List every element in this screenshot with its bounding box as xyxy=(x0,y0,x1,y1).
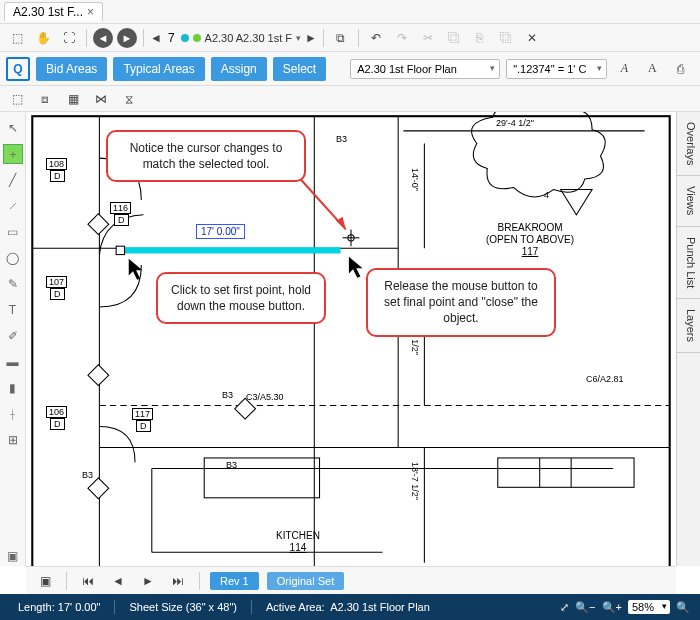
page-number: 7 xyxy=(166,31,177,45)
note-tool[interactable]: ✐ xyxy=(3,326,23,346)
flip-h-icon[interactable]: ⋈ xyxy=(90,88,112,110)
document-tab[interactable]: A2.30 1st F... × xyxy=(4,2,103,21)
tertiary-toolbar: ⬚ ⧈ ▦ ⋈ ⧖ xyxy=(0,86,700,112)
font-a2-icon[interactable]: A xyxy=(641,58,663,80)
svg-rect-14 xyxy=(88,214,109,235)
tag-b3a: B3 xyxy=(336,134,347,144)
kitchen-label: KITCHEN xyxy=(276,530,320,542)
nav-back-button[interactable]: ◄ xyxy=(93,28,113,48)
revision-pill[interactable]: Rev 1 xyxy=(210,572,259,590)
ellipse-tool[interactable]: ◯ xyxy=(3,248,23,268)
copy-icon[interactable]: ⧉ xyxy=(330,27,352,49)
nav-forward-button[interactable]: ► xyxy=(117,28,137,48)
clone-icon[interactable]: ⿻ xyxy=(495,27,517,49)
highlight-tool[interactable]: ▬ xyxy=(3,352,23,372)
svg-rect-0 xyxy=(32,116,669,566)
copy2-icon[interactable]: ⿻ xyxy=(443,27,465,49)
prev-page-icon[interactable]: ◄ xyxy=(107,570,129,592)
set-pill[interactable]: Original Set xyxy=(267,572,344,590)
status-area-label: Active Area: xyxy=(266,601,325,613)
ruler-tool[interactable]: ⟊ xyxy=(3,404,23,424)
measure-tool[interactable]: ＋ xyxy=(3,144,23,164)
cut-icon[interactable]: ✂ xyxy=(417,27,439,49)
zoom-out-icon[interactable]: 🔍− xyxy=(575,601,595,614)
polyline-tool[interactable]: ⟋ xyxy=(3,196,23,216)
tab-layers[interactable]: Layers xyxy=(677,299,700,353)
line-tool[interactable]: ╱ xyxy=(3,170,23,190)
next-page-icon[interactable]: ► xyxy=(137,570,159,592)
main-toolbar: ⬚ ✋ ⛶ ◄ ► ◄ 7 A2.30 A2.30 1st F ▾ ► ⧉ ↶ … xyxy=(0,24,700,52)
pointer-tool[interactable]: ↖ xyxy=(3,118,23,138)
breakroom-label: BREAKROOM xyxy=(486,222,574,234)
tab-views[interactable]: Views xyxy=(677,176,700,226)
paint-tool[interactable]: ▮ xyxy=(3,378,23,398)
typical-areas-button[interactable]: Typical Areas xyxy=(113,57,204,81)
paste-icon[interactable]: ⎘ xyxy=(469,27,491,49)
tag-d3: D xyxy=(50,288,65,300)
status-length-label: Length: xyxy=(18,601,55,613)
ref-c6: C6/A2.81 xyxy=(586,374,624,384)
tag-106: 106 xyxy=(46,406,67,418)
hand-icon[interactable]: ✋ xyxy=(32,27,54,49)
status-bar: Length: 17' 0.00" Sheet Size (36" x 48")… xyxy=(0,594,700,620)
svg-rect-23 xyxy=(116,246,124,254)
tag-d1: D xyxy=(50,170,65,182)
tab-punch-list[interactable]: Punch List xyxy=(677,227,700,299)
callout-release: Release the mouse button to set final po… xyxy=(366,268,556,337)
rect-tool[interactable]: ▭ xyxy=(3,222,23,242)
svg-marker-28 xyxy=(336,217,345,230)
status-area-value: A2.30 1st Floor Plan xyxy=(330,601,430,613)
bid-areas-button[interactable]: Bid Areas xyxy=(36,57,107,81)
zoom-region-icon[interactable]: ⛶ xyxy=(58,27,80,49)
drawing-canvas[interactable]: 17' 0.00" BREAKROOM (OPEN TO ABOVE) 117 … xyxy=(26,112,676,566)
cursor-icon[interactable]: ⬚ xyxy=(6,27,28,49)
page-label: A2.30 A2.30 1st F xyxy=(205,32,292,44)
document-tab-row: A2.30 1st F... × xyxy=(0,0,700,24)
callout-first-point: Click to set first point, hold down the … xyxy=(156,272,326,324)
status-dot-green xyxy=(193,34,201,42)
layout2-icon[interactable]: ⧈ xyxy=(34,88,56,110)
layout3-icon[interactable]: ▦ xyxy=(62,88,84,110)
kitchen-num: 114 xyxy=(276,542,320,554)
text-tool[interactable]: T xyxy=(3,300,23,320)
svg-rect-16 xyxy=(88,478,109,499)
font-a-icon[interactable]: A xyxy=(613,58,635,80)
tab-overlays[interactable]: Overlays xyxy=(677,112,700,176)
tag-b3d: B3 xyxy=(82,470,93,480)
bottom-nav: ▣ ⏮ ◄ ► ⏭ Rev 1 Original Set xyxy=(26,566,676,594)
tag-d5: D xyxy=(136,420,151,432)
svg-rect-11 xyxy=(498,458,634,487)
flip-v-icon[interactable]: ⧖ xyxy=(118,88,140,110)
fit-icon[interactable]: ⤢ xyxy=(560,601,569,614)
svg-rect-15 xyxy=(88,365,109,386)
close-icon[interactable]: × xyxy=(87,5,94,19)
viewport-icon[interactable]: ▣ xyxy=(3,546,23,566)
breakroom-num: 117 xyxy=(486,246,574,258)
status-sheet-size: Sheet Size (36" x 48") xyxy=(121,601,244,613)
callout-cursor-change: Notice the cursor changes to match the s… xyxy=(106,130,306,182)
delete-icon[interactable]: ✕ xyxy=(521,27,543,49)
dim-r3: 13'-7 1/2" xyxy=(410,462,420,500)
select-button[interactable]: Select xyxy=(273,57,326,81)
sheet-dropdown[interactable]: A2.30 1st Floor Plan xyxy=(350,59,500,79)
zoom-in-icon[interactable]: 🔍+ xyxy=(602,601,622,614)
tag-107: 107 xyxy=(46,276,67,288)
status-dot-cyan xyxy=(181,34,189,42)
first-page-icon[interactable]: ⏮ xyxy=(77,570,99,592)
secondary-toolbar: Q Bid Areas Typical Areas Assign Select … xyxy=(0,52,700,86)
document-tab-title: A2.30 1st F... xyxy=(13,5,83,19)
tag-b3b: B3 xyxy=(222,390,233,400)
dim-tool[interactable]: ⊞ xyxy=(3,430,23,450)
assign-button[interactable]: Assign xyxy=(211,57,267,81)
zoom-dropdown[interactable]: 58% xyxy=(628,600,670,614)
undo-icon[interactable]: ↶ xyxy=(365,27,387,49)
thumbnail-icon[interactable]: ▣ xyxy=(34,570,56,592)
redo-icon[interactable]: ↷ xyxy=(391,27,413,49)
print-icon[interactable]: ⎙ xyxy=(669,58,691,80)
last-page-icon[interactable]: ⏭ xyxy=(167,570,189,592)
search-icon[interactable]: 🔍 xyxy=(676,601,690,614)
scale-dropdown[interactable]: ".12374" = 1' C xyxy=(506,59,607,79)
selection-mode-icon[interactable]: Q xyxy=(6,57,30,81)
pencil-tool[interactable]: ✎ xyxy=(3,274,23,294)
layout1-icon[interactable]: ⬚ xyxy=(6,88,28,110)
